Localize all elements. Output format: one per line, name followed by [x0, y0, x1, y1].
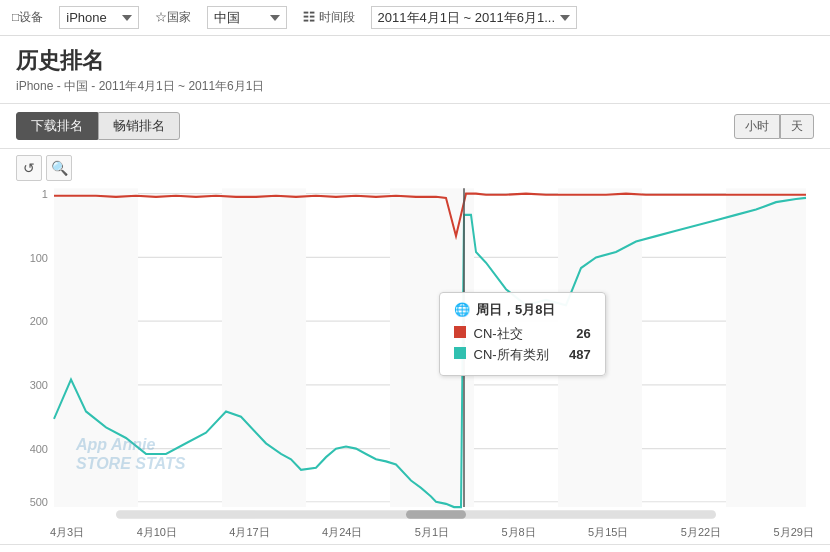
time-day-btn[interactable]: 天	[780, 114, 814, 139]
tooltip-box: 🌐 周日，5月8日 CN-社交 26 CN-所有类别 487	[439, 292, 606, 376]
top-bar: □设备 iPhone iPad Android ☆国家 中国 美国 日本 ☷ 时…	[0, 0, 830, 36]
legend-bar: 所有 所有类别 社交	[0, 544, 830, 552]
device-select-group: iPhone iPad Android	[59, 6, 139, 29]
content-area: 下载排名 畅销排名 小时 天 ↺ 🔍 1 100 200 300 400 500	[0, 104, 830, 552]
tooltip-date: 周日，5月8日	[476, 301, 555, 319]
x-label-2: 4月17日	[229, 525, 269, 540]
country-select[interactable]: 中国 美国 日本	[207, 6, 287, 29]
page-subtitle: iPhone - 中国 - 2011年4月1日 ~ 2011年6月1日	[16, 78, 814, 95]
svg-text:1: 1	[42, 188, 48, 200]
device-select[interactable]: iPhone iPad Android	[59, 6, 139, 29]
tooltip-value-1: 26	[561, 326, 591, 341]
svg-rect-13	[222, 188, 306, 507]
time-hour-btn[interactable]: 小时	[734, 114, 780, 139]
tooltip-value-2: 487	[561, 347, 591, 362]
chart-svg: 1 100 200 300 400 500	[16, 183, 814, 523]
chart-reset-btn[interactable]: ↺	[16, 155, 42, 181]
chart-area: 1 100 200 300 400 500	[16, 183, 814, 523]
date-select-group: 2011年4月1日 ~ 2011年6月1...	[371, 6, 577, 29]
x-label-6: 5月15日	[588, 525, 628, 540]
tab-download[interactable]: 下载排名	[16, 112, 98, 140]
tooltip-globe-icon: 🌐	[454, 302, 470, 317]
svg-text:300: 300	[30, 379, 48, 391]
x-label-7: 5月22日	[681, 525, 721, 540]
tooltip-row-1: CN-社交 26	[454, 325, 591, 343]
tab-bar: 下载排名 畅销排名 小时 天	[0, 104, 830, 149]
tab-group: 下载排名 畅销排名	[16, 112, 180, 140]
svg-rect-16	[726, 188, 806, 507]
svg-text:100: 100	[30, 251, 48, 263]
device-label: □设备	[12, 9, 43, 26]
chart-container: 1 100 200 300 400 500	[0, 183, 830, 523]
tab-bestseller[interactable]: 畅销排名	[98, 112, 180, 140]
date-select[interactable]: 2011年4月1日 ~ 2011年6月1...	[371, 6, 577, 29]
x-label-1: 4月10日	[137, 525, 177, 540]
x-axis-labels: 4月3日 4月10日 4月17日 4月24日 5月1日 5月8日 5月15日 5…	[0, 523, 830, 544]
page-header: 历史排名 iPhone - 中国 - 2011年4月1日 ~ 2011年6月1日	[0, 36, 830, 104]
chart-zoom-btn[interactable]: 🔍	[46, 155, 72, 181]
svg-rect-19	[406, 510, 466, 519]
x-label-3: 4月24日	[322, 525, 362, 540]
date-label: ☷ 时间段	[303, 9, 354, 26]
x-label-0: 4月3日	[50, 525, 84, 540]
tooltip-label-2: CN-所有类别	[474, 347, 549, 362]
tooltip-label-1: CN-社交	[474, 326, 523, 341]
country-select-group: 中国 美国 日本	[207, 6, 287, 29]
country-label: ☆国家	[155, 9, 191, 26]
tooltip-row-2: CN-所有类别 487	[454, 346, 591, 364]
svg-rect-12	[54, 188, 138, 507]
svg-text:500: 500	[30, 496, 48, 508]
chart-toolbar: ↺ 🔍	[0, 149, 830, 183]
page-title: 历史排名	[16, 46, 814, 76]
x-label-4: 5月1日	[415, 525, 449, 540]
tooltip-color-red	[454, 326, 466, 338]
svg-text:200: 200	[30, 315, 48, 327]
tooltip-color-cyan	[454, 347, 466, 359]
svg-text:400: 400	[30, 443, 48, 455]
x-label-8: 5月29日	[774, 525, 814, 540]
x-label-5: 5月8日	[501, 525, 535, 540]
tooltip-title: 🌐 周日，5月8日	[454, 301, 591, 319]
time-toggle: 小时 天	[734, 114, 814, 139]
